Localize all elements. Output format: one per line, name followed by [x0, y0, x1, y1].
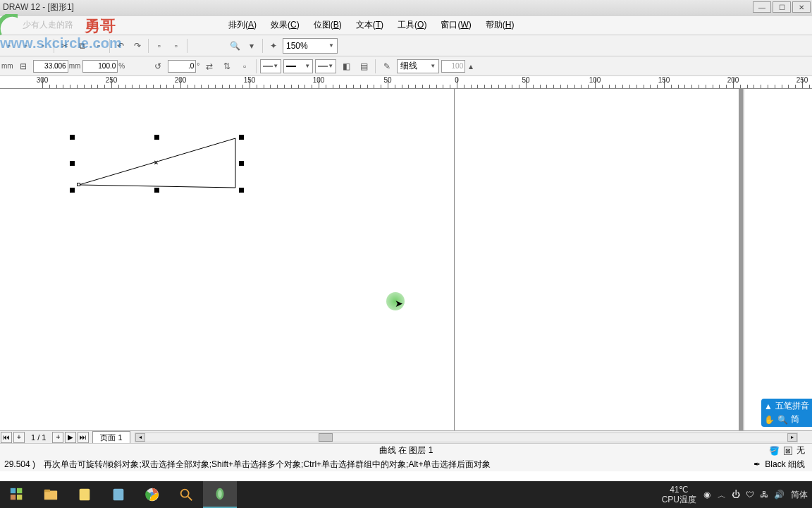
coreldraw-icon[interactable] — [203, 481, 237, 508]
volume-icon[interactable]: 🔊 — [774, 490, 784, 500]
zoom-dropdown-icon[interactable]: ▾ — [244, 38, 259, 54]
mirror-h-icon[interactable]: ⇄ — [202, 59, 217, 74]
canvas[interactable]: × ➤ — [0, 89, 812, 430]
edit-wrap-icon[interactable]: ▤ — [356, 59, 371, 74]
power-icon[interactable]: ⏻ — [732, 490, 742, 500]
horizontal-ruler: 30025020015010050050100150200250 — [0, 76, 812, 89]
scroll-right-button[interactable]: ▸ — [787, 433, 797, 442]
svg-rect-6 — [11, 495, 16, 500]
selection-handle-bl[interactable] — [70, 188, 75, 193]
app-reader-icon[interactable] — [102, 481, 135, 508]
export-icon[interactable]: ▫ — [168, 38, 184, 54]
selection-handle-br[interactable] — [239, 188, 244, 193]
menu-text[interactable]: 文本(T) — [349, 16, 390, 34]
minimize-button[interactable]: — — [753, 1, 771, 13]
last-page-button[interactable]: ⏭ — [78, 432, 89, 443]
open-icon[interactable]: ▫ — [18, 38, 34, 54]
undo-transform-icon[interactable]: ↺ — [150, 59, 166, 74]
horizontal-scrollbar[interactable]: ◂ ▸ — [135, 433, 798, 442]
save-icon[interactable]: ▫ — [35, 38, 51, 54]
fill-swatch-none: ⊠ — [784, 447, 792, 455]
maximize-button[interactable]: ☐ — [773, 1, 791, 13]
menu-arrange[interactable]: 排列(A) — [221, 16, 264, 34]
cut-icon[interactable]: ✂ — [57, 38, 73, 54]
outline-indicator[interactable]: ✒ Black 细线 — [753, 459, 805, 471]
zoom-select[interactable]: 150% ▼ — [283, 38, 338, 54]
menubar: 少有人走的路 勇哥 排列(A) 效果(C) 位图(B) 文本(T) 工具(O) … — [0, 16, 812, 35]
redo-icon[interactable]: ↷ — [130, 38, 145, 54]
scale-input[interactable] — [82, 60, 118, 73]
menu-effects[interactable]: 效果(C) — [264, 16, 307, 34]
search-icon[interactable] — [169, 481, 203, 508]
outline-weight-value: 细线 — [400, 60, 417, 72]
new-icon[interactable]: ▫ — [1, 38, 17, 54]
fill-bucket-icon: 🪣 — [769, 446, 780, 456]
chevron-up-icon[interactable]: ︿ — [718, 490, 727, 500]
ime-panel[interactable]: ▲五笔拼音 ✋🔍简 — [761, 399, 812, 427]
selection-handle-tr[interactable] — [239, 135, 244, 140]
add-page-after-button[interactable]: + — [52, 432, 63, 443]
stepper-icon[interactable]: ▴ — [466, 60, 476, 73]
first-page-button[interactable]: ⏮ — [1, 432, 12, 443]
next-page-button[interactable]: ▶ — [65, 432, 76, 443]
svg-rect-11 — [113, 489, 124, 501]
wifi-icon[interactable]: ◉ — [703, 490, 713, 500]
zoom-value: 150% — [286, 41, 308, 51]
add-page-button[interactable]: + — [13, 432, 25, 443]
lock-ratio-icon[interactable]: ⊟ — [16, 59, 31, 74]
svg-rect-9 — [44, 490, 50, 492]
close-button[interactable]: ✕ — [792, 1, 811, 13]
line-style-select[interactable]: ▼ — [283, 59, 313, 73]
selection-handle-ml[interactable] — [70, 161, 75, 166]
chevron-down-icon: ▼ — [430, 63, 436, 69]
end-arrow-select[interactable]: ▼ — [315, 59, 336, 73]
ime-mode: 五笔拼音 — [775, 400, 809, 412]
snap-icon[interactable]: ✦ — [266, 38, 281, 54]
selected-triangle[interactable] — [0, 89, 282, 301]
start-arrow-select[interactable]: ▼ — [260, 59, 281, 73]
zoom-tool-icon[interactable]: 🔍 — [227, 38, 242, 54]
mirror-v-icon[interactable]: ⇅ — [219, 59, 235, 74]
chrome-icon[interactable] — [135, 481, 169, 508]
node-handle[interactable] — [77, 183, 80, 186]
system-tray: 41℃ CPU温度 ◉ ︿ ⏻ 🛡 🖧 🔊 简体 — [662, 485, 808, 505]
status-bar-2: 29.504 ) 再次单击可旋转/倾斜对象;双击选择全部对象;Shift+单击选… — [0, 457, 812, 471]
network-icon[interactable]: 🖧 — [760, 490, 770, 500]
menu-bitmap[interactable]: 位图(B) — [307, 16, 349, 34]
security-icon[interactable]: 🛡 — [746, 490, 756, 500]
height-input[interactable] — [33, 60, 68, 73]
align-icon[interactable]: ▫ — [237, 59, 252, 74]
selection-handle-tc[interactable] — [154, 135, 159, 140]
watermark-small: 少有人走的路 — [23, 19, 73, 31]
selection-handle-mr[interactable] — [239, 161, 244, 166]
selection-center[interactable]: × — [153, 159, 159, 166]
copy-icon[interactable]: ⧉ — [74, 38, 90, 54]
page-edge — [454, 89, 455, 430]
property-bar: mm ⊟ mm % ↺ ° ⇄ ⇅ ▫ ▼ ▼ ▼ ◧ ▤ ✎ 细线 ▼ ▴ — [0, 56, 812, 76]
menu-tools[interactable]: 工具(O) — [390, 16, 433, 34]
separator — [148, 39, 149, 53]
menu-help[interactable]: 帮助(H) — [479, 16, 522, 34]
rotation-input[interactable] — [168, 60, 196, 73]
undo-icon[interactable]: ↶ — [113, 38, 128, 54]
selection-handle-bc[interactable] — [154, 188, 159, 193]
ruler-label: 50 — [383, 76, 391, 84]
scroll-thumb[interactable] — [319, 433, 333, 442]
import-icon[interactable]: ▫ — [152, 38, 167, 54]
page-tab-1[interactable]: 页面 1 — [92, 431, 130, 444]
svg-rect-8 — [44, 491, 57, 500]
selection-handle-tl[interactable] — [70, 135, 75, 140]
number-input[interactable] — [441, 60, 465, 73]
scroll-left-button[interactable]: ◂ — [135, 433, 145, 442]
menu-window[interactable]: 窗口(W) — [433, 16, 478, 34]
paste-icon[interactable]: ▫ — [91, 38, 106, 54]
outline-pen-icon[interactable]: ✎ — [379, 59, 395, 74]
app-notes-icon[interactable] — [68, 481, 102, 508]
fill-indicator[interactable]: 🪣 ⊠ 无 — [769, 445, 805, 456]
start-button[interactable] — [0, 481, 34, 508]
outline-weight-select[interactable]: 细线 ▼ — [397, 59, 439, 73]
ime-lang[interactable]: 简体 — [791, 489, 808, 501]
cpu-temp[interactable]: 41℃ CPU温度 — [662, 485, 696, 505]
wrap-text-icon[interactable]: ◧ — [338, 59, 354, 74]
explorer-icon[interactable] — [34, 481, 68, 508]
